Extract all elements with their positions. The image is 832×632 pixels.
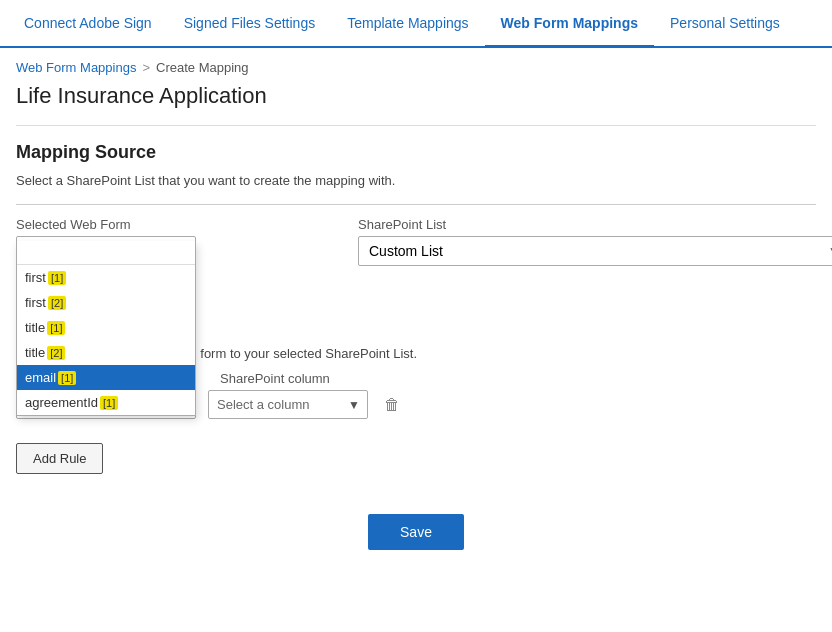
dropdown-search-input[interactable] — [17, 241, 195, 265]
nav-item-connect-adobe-sign[interactable]: Connect Adobe Sign — [8, 1, 168, 45]
dropdown-item-first1[interactable]: first[1] — [17, 265, 195, 290]
nav-item-template-mappings[interactable]: Template Mappings — [331, 1, 484, 45]
title-divider — [16, 125, 816, 126]
save-area: Save — [16, 514, 816, 550]
sharepoint-list-group: SharePoint List Custom List Tasks Contac… — [358, 217, 832, 266]
page-title: Life Insurance Application — [0, 79, 832, 125]
sharepoint-list-select-wrapper: Custom List Tasks Contacts Issues ▼ — [358, 236, 832, 266]
mapping-source-desc: Select a SharePoint List that you want t… — [16, 173, 816, 188]
dropdown-item-email1[interactable]: email[1] — [17, 365, 195, 390]
delete-rule-button[interactable]: 🗑 — [380, 392, 404, 418]
nav-bar: Connect Adobe Sign Signed Files Settings… — [0, 0, 832, 48]
dropdown-item-agreementid1[interactable]: agreementId[1] — [17, 390, 195, 415]
dropdown-item-title1[interactable]: title[1] — [17, 315, 195, 340]
sharepoint-list-label: SharePoint List — [358, 217, 832, 232]
save-button[interactable]: Save — [368, 514, 464, 550]
breadcrumb-current: Create Mapping — [156, 60, 249, 75]
dropdown-list: first[1] first[2] title[1] title[2] emai… — [17, 265, 195, 415]
web-form-dropdown: first[1] first[2] title[1] title[2] emai… — [16, 241, 196, 416]
selected-web-form-group: Selected Web Form e mugs (22 form first[… — [16, 217, 196, 265]
form-source-row: Selected Web Form e mugs (22 form first[… — [16, 217, 816, 266]
sharepoint-column-label: SharePoint column — [220, 371, 380, 386]
add-rule-button[interactable]: Add Rule — [16, 443, 103, 474]
selected-web-form-label: Selected Web Form — [16, 217, 196, 232]
sharepoint-column-select[interactable]: Select a column Title Email First Name L… — [208, 390, 368, 419]
mapping-source-title: Mapping Source — [16, 142, 816, 163]
main-content: Mapping Source Select a SharePoint List … — [0, 142, 832, 566]
nav-item-personal-settings[interactable]: Personal Settings — [654, 1, 796, 45]
trash-icon: 🗑 — [384, 396, 400, 413]
section-divider — [16, 204, 816, 205]
nav-item-signed-files-settings[interactable]: Signed Files Settings — [168, 1, 332, 45]
breadcrumb-separator: > — [142, 60, 150, 75]
nav-item-web-form-mappings[interactable]: Web Form Mappings — [485, 1, 654, 48]
breadcrumb-parent[interactable]: Web Form Mappings — [16, 60, 136, 75]
dropdown-item-first2[interactable]: first[2] — [17, 290, 195, 315]
sharepoint-column-select-wrapper: Select a column Title Email First Name L… — [208, 390, 368, 419]
breadcrumb: Web Form Mappings > Create Mapping — [0, 48, 832, 79]
sharepoint-list-select[interactable]: Custom List Tasks Contacts Issues — [358, 236, 832, 266]
dropdown-item-title2[interactable]: title[2] — [17, 340, 195, 365]
